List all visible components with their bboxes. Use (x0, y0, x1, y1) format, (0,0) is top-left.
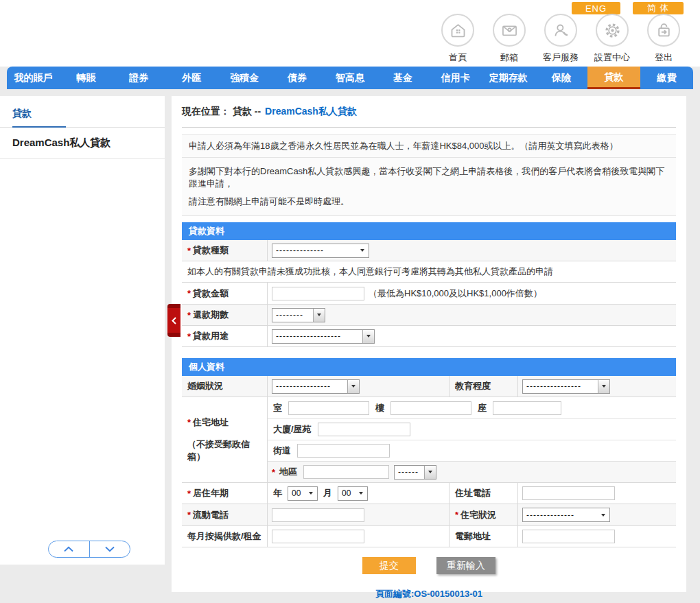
education-label: 教育程度 (455, 380, 491, 392)
nav-tab-mpf[interactable]: 強積金 (218, 67, 271, 89)
intro-paragraph-2: 多謝閣下對本行的DreamCash私人貸款感興趣，當本行收妥閣下之網上申請表格後… (182, 157, 676, 215)
nav-tab-credit-card[interactable]: 信用卡 (429, 67, 482, 89)
scroll-up-button[interactable] (49, 541, 90, 557)
customer-service-icon (544, 14, 577, 47)
quick-link-label: 郵箱 (500, 51, 518, 64)
street-input[interactable] (297, 444, 390, 458)
row-loan-note: 如本人的有關貸款申請未獲成功批核，本人同意銀行可考慮將其轉為其他私人貸款產品的申… (182, 261, 676, 283)
required-asterisk: * (187, 246, 191, 256)
loan-type-select[interactable]: -------------- (272, 244, 369, 258)
home-phone-input[interactable] (522, 486, 615, 500)
block-input[interactable] (493, 401, 561, 415)
page-number: 頁面編號:OS-00150013-01 (182, 588, 676, 600)
required-asterisk: * (455, 510, 458, 520)
mail-icon (493, 14, 526, 47)
quick-link-logout[interactable]: 登出 (638, 14, 690, 64)
home-icon (441, 14, 474, 47)
loan-amount-input[interactable] (272, 287, 364, 300)
nav-tab-bonds[interactable]: 債券 (271, 67, 324, 89)
lang-simplified-button[interactable]: 简 体 (633, 2, 684, 14)
quick-link-customer-service[interactable]: 客戶服務 (535, 14, 587, 64)
address-building-row: 大廈/屋苑 (268, 418, 676, 440)
section-header-personal-info: 個人資料 (182, 358, 676, 376)
row-loan-purpose: *貸款用途 ------------------- (182, 326, 676, 347)
nav-tab-funds[interactable]: 基金 (376, 67, 429, 89)
dropdown-caret-icon (317, 314, 321, 316)
dropdown-caret-icon (366, 335, 371, 338)
nav-tab-smart-interest[interactable]: 智高息 (324, 67, 377, 89)
settings-icon (596, 14, 629, 47)
dropdown-caret-icon (360, 249, 364, 252)
room-label: 室 (273, 402, 282, 414)
loan-amount-label: 貸款金額 (193, 287, 229, 300)
required-asterisk: * (272, 467, 275, 477)
required-asterisk: * (187, 510, 191, 520)
district-select[interactable]: ------ (394, 465, 436, 480)
required-asterisk: * (187, 331, 191, 342)
loan-purpose-select[interactable]: ------------------- (272, 329, 375, 344)
required-asterisk: * (187, 417, 191, 427)
intro-line-3: 請注意有關網上申請可能不是即時處理。 (189, 193, 669, 211)
row-mobile-residence-status: *流動電話 *住宅狀況 -------------- (182, 504, 676, 526)
address-label: 住宅地址 (193, 417, 229, 427)
district-input[interactable] (303, 465, 389, 479)
main-content: 現在位置： 貸款 -- DreamCash私人貸款 申請人必須為年滿18歲之香港… (172, 96, 686, 592)
building-label: 大廈/屋苑 (273, 423, 312, 436)
email-input[interactable] (522, 530, 615, 543)
dropdown-button (347, 380, 359, 393)
intro-line-1: 申請人必須為年滿18歲之香港永久性居民並為在職人士，年薪達HK$84,000或以… (182, 135, 676, 157)
marital-status-select[interactable]: ---------------- (272, 379, 360, 394)
required-asterisk: * (187, 310, 191, 320)
scroll-down-button[interactable] (90, 541, 130, 557)
sidebar: 貸款 DreamCash私人貸款 (0, 96, 165, 565)
quick-link-label: 首頁 (449, 51, 467, 64)
mobile-phone-input[interactable] (272, 508, 364, 522)
intro-notes: 申請人必須為年滿18歲之香港永久性居民並為在職人士，年薪達HK$84,000或以… (182, 134, 676, 216)
chevron-up-icon (63, 546, 74, 552)
logout-icon (647, 14, 680, 47)
top-header: ENG 简 体 首頁 郵箱 客戶服務 (0, 0, 700, 67)
nav-tab-time-deposit[interactable]: 定期存款 (482, 67, 535, 89)
nav-tab-transfer[interactable]: 轉賬 (60, 67, 113, 89)
collapse-sidebar-button[interactable] (167, 304, 180, 337)
dropdown-button (362, 330, 374, 343)
dropdown-caret-icon (601, 514, 605, 517)
breadcrumb-current-link[interactable]: DreamCash私人貸款 (265, 106, 357, 118)
floor-input[interactable] (390, 401, 471, 415)
nav-tab-loans[interactable]: 貸款 (587, 67, 640, 89)
sidebar-item-dreamcash[interactable]: DreamCash私人貸款 (0, 128, 165, 159)
residence-years-select[interactable]: 00 (288, 486, 318, 501)
home-phone-label: 住址電話 (455, 487, 491, 499)
nav-tab-fx[interactable]: 外匯 (165, 67, 218, 89)
loan-purpose-label: 貸款用途 (193, 330, 229, 342)
nav-tab-bill-payment[interactable]: 繳費 (640, 67, 693, 89)
nav-tab-securities[interactable]: 證券 (113, 67, 165, 89)
building-input[interactable] (318, 423, 410, 436)
nav-tab-my-accounts[interactable]: 我的賬戶 (7, 67, 60, 89)
nav-tab-insurance[interactable]: 保險 (535, 67, 587, 89)
year-label: 年 (273, 487, 282, 499)
reset-button[interactable]: 重新輸入 (436, 557, 495, 574)
tenor-select[interactable]: -------- (272, 308, 325, 322)
sidebar-section-label[interactable]: 貸款 (12, 108, 66, 128)
chevron-down-icon (104, 546, 115, 552)
quick-link-mail[interactable]: 郵箱 (483, 14, 535, 64)
section-header-loan-info: 貸款資料 (182, 222, 676, 240)
submit-button[interactable]: 提交 (362, 557, 416, 574)
quick-link-settings[interactable]: 設置中心 (586, 14, 638, 64)
quick-link-home[interactable]: 首頁 (432, 14, 484, 64)
residence-status-select[interactable]: -------------- (522, 508, 610, 522)
quick-link-label: 登出 (655, 51, 673, 64)
tenor-label: 還款期數 (193, 309, 229, 321)
lang-english-button[interactable]: ENG (572, 2, 620, 14)
sidebar-section-loans: 貸款 (0, 96, 165, 128)
dropdown-caret-icon (351, 385, 355, 388)
education-select[interactable]: ---------------- (522, 379, 610, 394)
dropdown-button (424, 466, 436, 479)
residence-months-select[interactable]: 00 (338, 486, 368, 501)
address-flat-row: 室 樓 座 (268, 397, 676, 418)
breadcrumb: 現在位置： 貸款 -- DreamCash私人貸款 (182, 96, 676, 128)
required-asterisk: * (187, 288, 191, 298)
mortgage-input[interactable] (272, 530, 364, 543)
room-input[interactable] (288, 401, 369, 415)
